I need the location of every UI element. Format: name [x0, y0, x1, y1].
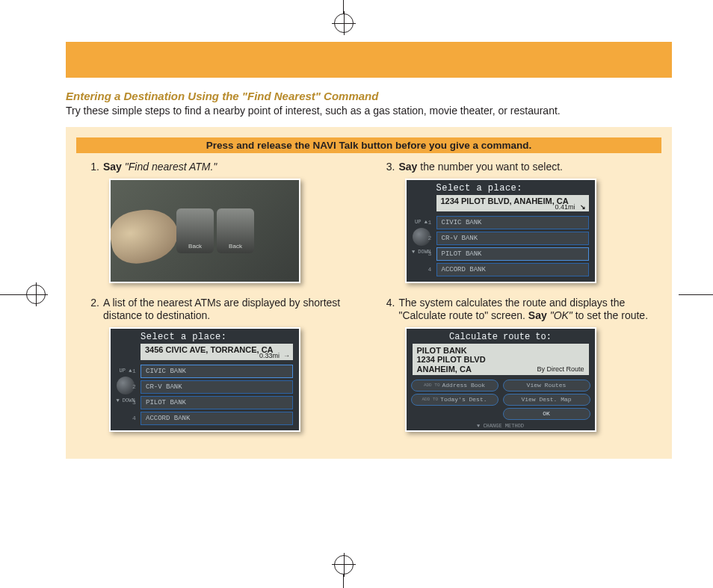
nav-result-list: 1CIVIC BANK 2CR-V BANK 3PILOT BANK 4ACCO…: [141, 365, 293, 427]
nav-address: 3456 CIVIC AVE, TORRANCE, CA: [145, 345, 274, 354]
add-todays-dest-button: ADD TOToday's Dest.: [411, 394, 499, 406]
instruction-panel: Press and release the NAVI Talk button b…: [66, 127, 672, 459]
list-item: 4ACCORD BANK: [141, 412, 293, 425]
nav-address-bar: 3456 CIVIC AVE, TORRANCE, CA 0.33mi →: [141, 344, 293, 360]
step-1: 1. Say "Find nearest ATM.": [88, 161, 354, 174]
view-routes-button: View Routes: [503, 380, 590, 392]
calc-buttons: ADD TOAddress Book View Routes ADD TOTod…: [411, 380, 590, 420]
nav-result-list: 1CIVIC BANK 2CR-V BANK 3PILOT BANK 4ACCO…: [436, 216, 589, 279]
list-item: 3PILOT BANK: [141, 396, 293, 409]
intro-text: Try these simple steps to find a nearby …: [66, 105, 672, 117]
wheel-back-button-1: Back: [176, 208, 214, 253]
nav-header: Select a place:: [141, 332, 227, 342]
list-item: 1CIVIC BANK: [141, 365, 293, 378]
step-3: 3. Say the number you want to select.: [384, 161, 650, 174]
nav-distance: 0.33mi: [259, 352, 280, 359]
add-address-book-button: ADD TOAddress Book: [411, 380, 499, 392]
list-item: 4ACCORD BANK: [436, 263, 589, 276]
figure-select-place-2: Select a place: 1234 PILOT BLVD, ANAHEIM…: [405, 179, 596, 283]
nav-direction-icon: →: [283, 352, 290, 359]
nav-address: 1234 PILOT BLVD, ANAHEIM, CA: [441, 196, 569, 205]
step-2: 2. A list of the nearest ATMs are displa…: [88, 297, 354, 323]
list-item: 2CR-V BANK: [141, 380, 293, 394]
wheel-back-button-2: Back: [217, 208, 254, 253]
nav-address-bar: 1234 PILOT BLVD, ANAHEIM, CA 0.41mi ↘: [436, 195, 589, 211]
page-title: Entering a Destination Using the "Find N…: [66, 90, 672, 102]
calc-address: PILOT BANK 1234 PILOT BLVD ANAHEIM, CA B…: [413, 344, 589, 375]
route-method: By Direct Route: [537, 365, 584, 373]
panel-header: Press and release the NAVI Talk button b…: [76, 137, 661, 153]
thumb-icon: [109, 204, 182, 267]
calc-header: Calculate route to:: [407, 329, 595, 342]
nav-distance: 0.41mi: [555, 203, 575, 211]
ok-button: OK: [503, 408, 590, 420]
change-method-icon: ▼ CHANGE METHOD: [407, 423, 595, 429]
step-4: 4. The system calculates the route and d…: [384, 297, 650, 323]
figure-calculate-route: Calculate route to: PILOT BANK 1234 PILO…: [405, 327, 596, 432]
nav-direction-icon: ↘: [580, 203, 586, 211]
list-item: 2CR-V BANK: [436, 232, 589, 245]
view-dest-map-button: View Dest. Map: [503, 394, 590, 406]
list-item: 1CIVIC BANK: [436, 216, 589, 229]
list-item: 3PILOT BANK: [436, 247, 589, 261]
header-bar: [66, 42, 672, 78]
figure-select-place-1: Select a place: 3456 CIVIC AVE, TORRANCE…: [109, 327, 300, 432]
page-content: Entering a Destination Using the "Find N…: [66, 90, 672, 459]
figure-steering-wheel: Back Back: [109, 179, 300, 283]
nav-header: Select a place:: [436, 183, 523, 194]
